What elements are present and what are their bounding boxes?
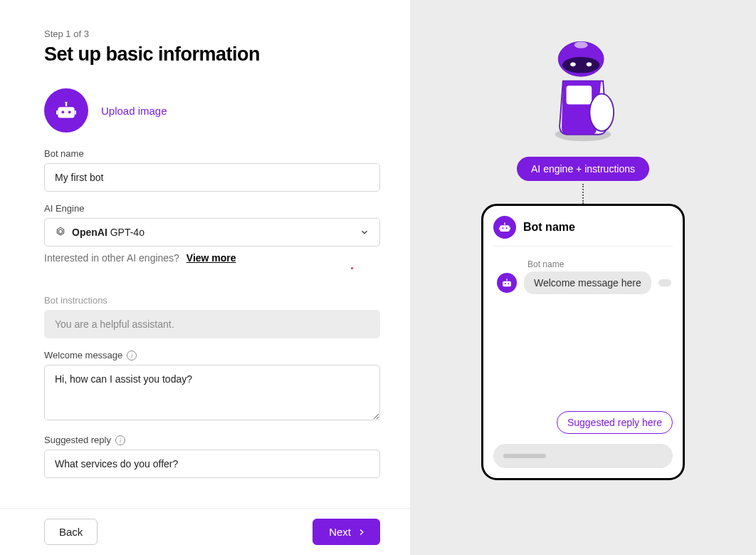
info-icon[interactable]: i — [115, 435, 125, 445]
openai-icon — [55, 227, 66, 238]
preview-msg-sender: Bot name — [527, 259, 673, 269]
svg-rect-25 — [506, 279, 507, 281]
svg-point-17 — [502, 227, 503, 229]
view-more-link[interactable]: View more — [187, 252, 236, 264]
bot-icon — [502, 279, 512, 287]
svg-rect-5 — [56, 110, 58, 115]
welcome-label: Welcome message i — [44, 350, 380, 361]
preview-msg-avatar — [497, 273, 517, 293]
step-indicator: Step 1 of 3 — [44, 28, 410, 39]
svg-rect-6 — [75, 110, 76, 115]
engine-brand: OpenAI — [72, 227, 107, 238]
preview-bot-avatar — [493, 216, 516, 239]
svg-rect-8 — [567, 85, 592, 104]
svg-rect-19 — [504, 222, 505, 224]
preview-welcome-bubble: Welcome message here — [524, 271, 651, 294]
chat-preview-card: Bot name Bot name Welcome message here S… — [481, 204, 685, 480]
ai-engine-label: AI Engine — [44, 203, 380, 214]
preview-header-title: Bot name — [523, 221, 575, 234]
preview-suggested-chip: Suggested reply here — [557, 411, 673, 434]
instructions-label: Bot instructions — [44, 295, 380, 306]
svg-point-9 — [589, 94, 614, 132]
svg-point-14 — [587, 63, 592, 67]
welcome-textarea[interactable] — [44, 365, 380, 420]
preview-pill: AI engine + instructions — [517, 157, 649, 181]
connector-line — [582, 184, 584, 204]
svg-rect-0 — [58, 107, 74, 118]
svg-rect-22 — [503, 281, 511, 287]
svg-point-1 — [61, 110, 64, 113]
back-button[interactable]: Back — [44, 519, 98, 545]
upload-image-link[interactable]: Upload image — [101, 105, 167, 117]
red-dot — [351, 267, 353, 269]
preview-tiny-bubble — [658, 279, 671, 286]
next-button[interactable]: Next — [313, 519, 380, 545]
svg-rect-20 — [499, 227, 500, 229]
avatar-row: Upload image — [44, 88, 410, 133]
preview-input-bar — [493, 444, 673, 468]
bot-icon — [499, 222, 510, 232]
preview-input-placeholder — [503, 454, 546, 458]
bot-avatar[interactable] — [44, 88, 88, 133]
svg-point-13 — [570, 63, 576, 67]
svg-point-24 — [508, 283, 509, 284]
chevron-down-icon — [359, 227, 369, 237]
svg-point-15 — [574, 41, 588, 48]
bot-icon — [56, 102, 76, 119]
suggested-input[interactable] — [44, 450, 380, 478]
svg-point-12 — [562, 57, 600, 73]
ai-engine-select[interactable]: OpenAI GPT-4o — [44, 218, 380, 247]
ai-engine-hint: Interested in other AI engines? View mor… — [44, 252, 380, 264]
svg-point-18 — [506, 227, 508, 229]
page-title: Set up basic information — [44, 43, 410, 66]
bot-name-input[interactable] — [44, 163, 380, 192]
svg-point-23 — [505, 283, 506, 284]
bot-name-label: Bot name — [44, 148, 380, 159]
suggested-label: Suggested reply i — [44, 435, 380, 445]
chevron-right-icon — [357, 527, 367, 537]
instructions-input — [44, 310, 380, 338]
robot-illustration — [537, 36, 629, 142]
footer: Back Next — [0, 508, 410, 555]
preview-panel: AI engine + instructions Bot name Bot na… — [410, 0, 756, 555]
svg-point-4 — [65, 102, 68, 103]
svg-rect-16 — [500, 225, 509, 232]
info-icon[interactable]: i — [127, 351, 137, 361]
svg-rect-21 — [510, 227, 510, 229]
svg-point-2 — [68, 110, 71, 113]
